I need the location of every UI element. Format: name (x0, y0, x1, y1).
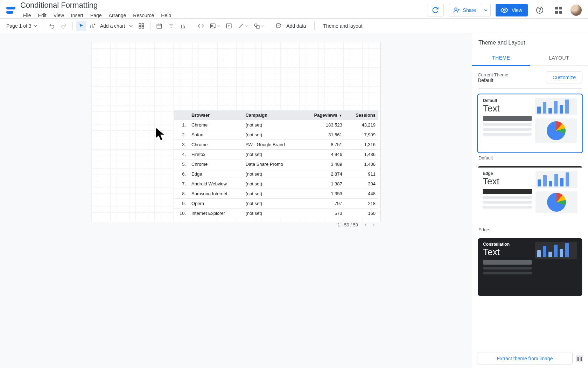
customize-button[interactable]: Customize (546, 71, 582, 83)
table-row[interactable]: 3. Chrome AW - Google Brand 8,751 1,316 (174, 140, 378, 150)
cell-campaign: AW - Google Brand (243, 140, 301, 150)
table-chart[interactable]: Browser Campaign Pageviews▼ Sessions 1. … (174, 110, 378, 229)
theme-option-default[interactable]: Default Text (478, 94, 582, 152)
cell-pageviews: 2,874 (301, 169, 345, 179)
table-row[interactable]: 10. Internet Explorer (not set) 573 160 (174, 209, 378, 218)
col-browser[interactable]: Browser (189, 110, 243, 120)
col-sessions[interactable]: Sessions (345, 110, 378, 120)
cell-browser: Firefox (189, 150, 243, 159)
table-row[interactable]: 9. Opera (not set) 797 218 (174, 199, 378, 209)
report-page[interactable]: Browser Campaign Pageviews▼ Sessions 1. … (91, 42, 381, 222)
apps-button[interactable] (552, 3, 566, 17)
cell-browser: Chrome (189, 120, 243, 130)
toolbar-separator (150, 22, 150, 30)
cell-browser: Chrome (189, 159, 243, 169)
sort-desc-icon: ▼ (339, 114, 342, 117)
cell-sessions: 1,436 (345, 150, 378, 159)
theme-preview-text: Text (483, 176, 532, 187)
share-button[interactable]: Share (449, 4, 481, 16)
table-row[interactable]: 5. Chrome Data Share Promo 3,489 1,406 (174, 159, 378, 169)
menu-file[interactable]: File (20, 11, 34, 20)
pager-prev[interactable]: ‹ (364, 221, 366, 229)
extract-theme-button[interactable]: Extract theme from image (477, 353, 573, 364)
image-icon (210, 23, 216, 29)
doc-title[interactable]: Conditional Formatting (20, 1, 174, 11)
image-button[interactable] (208, 21, 222, 31)
menu-resource[interactable]: Resource (130, 11, 157, 20)
data-control-button[interactable] (178, 21, 188, 31)
cursor-icon (78, 23, 84, 29)
shape-button[interactable] (252, 21, 266, 31)
page-selector[interactable]: Page 1 of 3 (4, 23, 39, 29)
filter-icon (168, 23, 174, 29)
menu-arrange[interactable]: Arrange (106, 11, 129, 20)
svg-point-3 (539, 12, 540, 12)
cell-sessions: 160 (345, 209, 378, 218)
theme-option-constellation[interactable]: Constellation Text (478, 238, 582, 296)
cell-campaign: (not set) (243, 209, 301, 218)
svg-point-15 (276, 23, 280, 25)
row-index: 9. (174, 199, 189, 209)
col-campaign[interactable]: Campaign (243, 110, 301, 120)
canvas-area[interactable]: Browser Campaign Pageviews▼ Sessions 1. … (0, 33, 472, 368)
panel-title: Theme and Layout (472, 33, 588, 51)
theme-label-edge: Edge (478, 227, 582, 232)
pause-indicator-icon[interactable]: ❚❚ (576, 355, 583, 362)
caret-down-icon (261, 25, 264, 27)
refresh-button[interactable] (427, 4, 444, 16)
line-icon (238, 23, 244, 29)
add-data-button[interactable]: Add data (274, 21, 311, 31)
share-dropdown[interactable] (481, 4, 491, 16)
cell-browser: Safari (189, 130, 243, 140)
cell-pageviews: 31,661 (301, 130, 345, 140)
cell-sessions: 218 (345, 199, 378, 209)
redo-button[interactable] (58, 21, 69, 31)
undo-button[interactable] (47, 21, 57, 31)
share-label: Share (463, 7, 476, 13)
url-embed-button[interactable] (196, 21, 206, 31)
table-row[interactable]: 2. Safari (not set) 31,661 7,909 (174, 130, 378, 140)
caret-down-icon (245, 25, 248, 27)
text-box-icon (226, 23, 232, 29)
svg-rect-7 (139, 26, 141, 28)
menu-insert[interactable]: Insert (68, 11, 86, 20)
tab-theme[interactable]: THEME (472, 51, 530, 66)
text-button[interactable] (224, 21, 234, 31)
add-chart-label: Add a chart (97, 23, 128, 29)
add-chart-button[interactable]: Add a chart (88, 21, 135, 31)
date-range-button[interactable] (154, 21, 164, 31)
filter-control-button[interactable] (166, 21, 176, 31)
table-row[interactable]: 1. Chrome (not set) 183,523 43,219 (174, 120, 378, 130)
table-row[interactable]: 7. Android Webview (not set) 1,387 304 (174, 179, 378, 189)
line-button[interactable] (236, 21, 250, 31)
row-index: 8. (174, 189, 189, 199)
menu-edit[interactable]: Edit (35, 11, 49, 20)
col-pageviews[interactable]: Pageviews▼ (301, 110, 345, 120)
help-button[interactable] (533, 3, 547, 17)
pager-next[interactable]: › (373, 221, 375, 229)
cell-browser: Opera (189, 199, 243, 209)
cell-sessions: 1,406 (345, 159, 378, 169)
view-label: View (512, 7, 522, 13)
cell-sessions: 7,909 (345, 130, 378, 140)
table-row[interactable]: 6. Edge (not set) 2,874 911 (174, 169, 378, 179)
theme-option-edge[interactable]: Edge Text (478, 166, 582, 224)
menu-help[interactable]: Help (158, 11, 174, 20)
theme-layout-button[interactable]: Theme and layout (318, 21, 367, 31)
caret-down-icon (129, 24, 133, 28)
cell-pageviews: 797 (301, 199, 345, 209)
refresh-icon (432, 7, 439, 14)
help-icon (536, 6, 544, 14)
shapes-icon (254, 23, 260, 29)
view-button[interactable]: View (496, 4, 528, 16)
account-avatar[interactable] (570, 5, 582, 16)
menu-page[interactable]: Page (88, 11, 105, 20)
community-vis-button[interactable] (136, 21, 147, 31)
eye-icon (500, 6, 508, 14)
table-row[interactable]: 8. Samsung Internet (not set) 1,353 448 (174, 189, 378, 199)
tab-layout[interactable]: LAYOUT (530, 51, 588, 66)
selection-tool[interactable] (76, 21, 86, 31)
app-logo-icon[interactable] (6, 5, 16, 15)
table-row[interactable]: 4. Firefox (not set) 4,946 1,436 (174, 150, 378, 159)
menu-view[interactable]: View (51, 11, 67, 20)
